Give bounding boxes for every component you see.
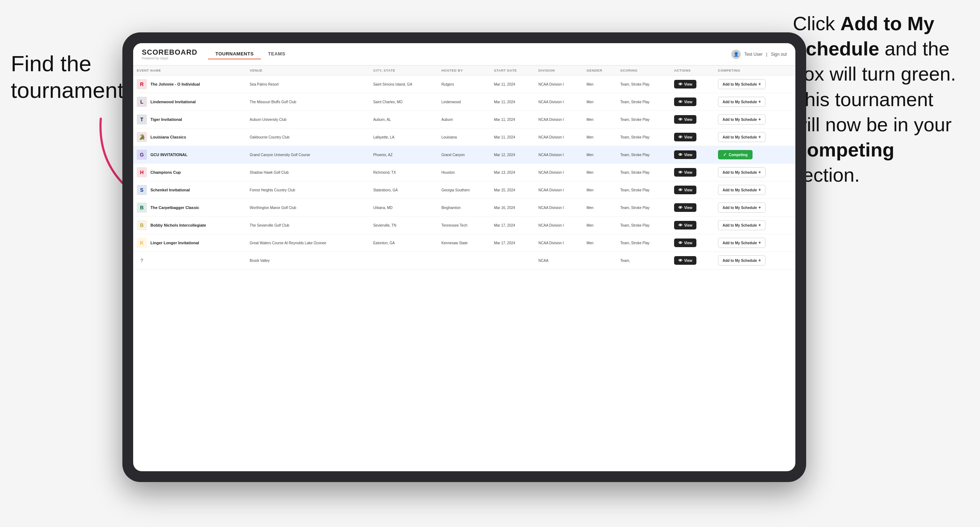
view-button[interactable]: 👁View xyxy=(674,150,697,159)
sign-out-link[interactable]: Sign out xyxy=(771,52,787,57)
td-venue: Grand Canyon University Golf Course xyxy=(246,146,370,163)
plus-icon: + xyxy=(758,258,761,263)
td-competing: Add to My Schedule + xyxy=(714,163,795,181)
col-start-date: START DATE xyxy=(490,65,535,76)
td-competing: Add to My Schedule + xyxy=(714,93,795,111)
event-name-cell: G GCU INVITATIONAL xyxy=(137,150,243,160)
add-to-schedule-button[interactable]: Add to My Schedule + xyxy=(718,238,766,248)
table-row: B Bobby Nichols Intercollegiate The Sevi… xyxy=(133,217,795,234)
add-to-schedule-button[interactable]: Add to My Schedule + xyxy=(718,220,766,230)
td-event-name: T Tiger Invitational xyxy=(133,111,246,129)
td-event-name: B Bobby Nichols Intercollegiate xyxy=(133,217,246,234)
td-venue: Auburn University Club xyxy=(246,111,370,129)
td-actions: 👁View xyxy=(670,234,714,252)
app-header: SCOREBOARD Powered by clippd TOURNAMENTS… xyxy=(133,43,795,65)
td-city: Auburn, AL xyxy=(370,111,438,129)
td-venue: Sea Palms Resort xyxy=(246,76,370,93)
eye-icon: 👁 xyxy=(678,152,682,157)
td-city xyxy=(370,252,438,270)
td-start-date: Mar 11, 2024 xyxy=(490,93,535,111)
nav-tab-teams[interactable]: TEAMS xyxy=(261,49,293,59)
event-name-cell: K Linger Longer Invitational xyxy=(137,238,243,248)
header-right: 👤 Test User | Sign out xyxy=(731,50,787,59)
view-button[interactable]: 👁View xyxy=(674,115,697,124)
add-to-schedule-button[interactable]: Add to My Schedule + xyxy=(718,167,766,177)
add-to-schedule-button[interactable]: Add to My Schedule + xyxy=(718,132,766,142)
td-competing: Add to My Schedule + xyxy=(714,217,795,234)
td-venue: Brook Valley xyxy=(246,252,370,270)
td-hosted-by: Grand Canyon xyxy=(438,146,490,163)
td-venue: The Missouri Bluffs Golf Club xyxy=(246,93,370,111)
td-city: Saint Charles, MO xyxy=(370,93,438,111)
td-scoring: Team, Stroke Play xyxy=(617,163,670,181)
col-scoring: SCORING xyxy=(617,65,670,76)
add-to-schedule-button[interactable]: Add to My Schedule + xyxy=(718,97,766,107)
view-button[interactable]: 👁View xyxy=(674,97,697,106)
event-name-text: Louisiana Classics xyxy=(150,135,186,140)
view-button[interactable]: 👁View xyxy=(674,80,697,89)
td-gender: Men xyxy=(583,181,617,199)
nav-tab-tournaments[interactable]: TOURNAMENTS xyxy=(208,49,261,59)
view-button[interactable]: 👁View xyxy=(674,221,697,230)
event-name-cell: 🐊 Louisiana Classics xyxy=(137,132,243,142)
add-to-schedule-button[interactable]: Add to My Schedule + xyxy=(718,114,766,124)
td-city: Sevierville, TN xyxy=(370,217,438,234)
td-division: NCAA Division I xyxy=(535,181,583,199)
competing-button[interactable]: ✓Competing xyxy=(718,150,752,159)
td-venue: Worthington Manor Golf Club xyxy=(246,199,370,217)
add-to-schedule-button[interactable]: Add to My Schedule + xyxy=(718,203,766,213)
td-hosted-by: Georgia Southern xyxy=(438,181,490,199)
team-logo: 🐊 xyxy=(137,132,147,142)
view-button[interactable]: 👁View xyxy=(674,186,697,194)
event-name-text: The Carpetbagger Classic xyxy=(150,205,199,210)
td-start-date: Mar 15, 2024 xyxy=(490,181,535,199)
table-row: S Schenkel Invitational Forest Heights C… xyxy=(133,181,795,199)
td-start-date: Mar 11, 2024 xyxy=(490,76,535,93)
event-name-cell: H Champions Cup xyxy=(137,167,243,177)
event-name-cell: L Lindenwood Invitational xyxy=(137,97,243,107)
team-logo: H xyxy=(137,167,147,177)
event-name-text: Bobby Nichols Intercollegiate xyxy=(150,223,206,228)
event-name-cell: S Schenkel Invitational xyxy=(137,185,243,195)
td-competing: Add to My Schedule + xyxy=(714,111,795,129)
view-button[interactable]: 👁View xyxy=(674,133,697,141)
col-competing: COMPETING xyxy=(714,65,795,76)
td-scoring: Team, Stroke Play xyxy=(617,129,670,146)
view-button[interactable]: 👁View xyxy=(674,256,697,265)
view-button[interactable]: 👁View xyxy=(674,168,697,177)
td-actions: 👁View xyxy=(670,163,714,181)
td-division: NCAA Division I xyxy=(535,146,583,163)
td-actions: 👁View xyxy=(670,199,714,217)
event-name-cell: ? xyxy=(137,256,243,265)
eye-icon: 👁 xyxy=(678,258,682,263)
event-name-text: Linger Longer Invitational xyxy=(150,240,199,245)
td-scoring: Team, Stroke Play xyxy=(617,234,670,252)
plus-icon: + xyxy=(758,205,761,210)
event-name-text: Champions Cup xyxy=(150,170,181,175)
add-to-schedule-button[interactable]: Add to My Schedule + xyxy=(718,256,766,265)
td-actions: 👁View xyxy=(670,76,714,93)
view-button[interactable]: 👁View xyxy=(674,238,697,247)
add-to-schedule-button[interactable]: Add to My Schedule + xyxy=(718,79,766,89)
team-logo: T xyxy=(137,114,147,124)
col-hosted-by: HOSTED BY xyxy=(438,65,490,76)
logo-area: SCOREBOARD Powered by clippd xyxy=(142,48,197,60)
td-event-name: H Champions Cup xyxy=(133,163,246,181)
col-gender: GENDER xyxy=(583,65,617,76)
td-start-date: Mar 17, 2024 xyxy=(490,217,535,234)
annotation-left: Find the tournament. xyxy=(11,50,111,104)
check-icon: ✓ xyxy=(723,152,727,157)
td-hosted-by: Rutgers xyxy=(438,76,490,93)
td-city: Statesboro, GA xyxy=(370,181,438,199)
event-name-cell: T Tiger Invitational xyxy=(137,114,243,124)
view-button[interactable]: 👁View xyxy=(674,203,697,212)
event-name-text: Lindenwood Invitational xyxy=(150,99,196,104)
table-row: ? Brook ValleyNCAATeam,👁ViewAdd to My Sc… xyxy=(133,252,795,270)
td-actions: 👁View xyxy=(670,146,714,163)
team-logo: B xyxy=(137,220,147,230)
col-city: CITY, STATE xyxy=(370,65,438,76)
td-scoring: Team, Stroke Play xyxy=(617,146,670,163)
td-start-date: Mar 17, 2024 xyxy=(490,234,535,252)
plus-icon: + xyxy=(758,99,761,104)
add-to-schedule-button[interactable]: Add to My Schedule + xyxy=(718,185,766,195)
